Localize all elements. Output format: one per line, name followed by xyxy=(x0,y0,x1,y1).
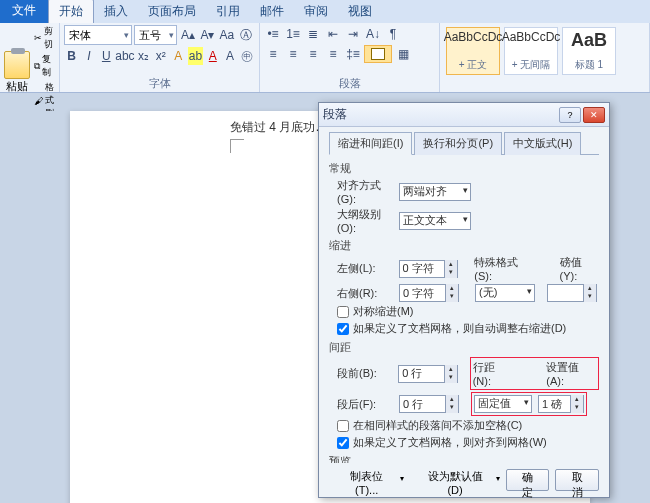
no-space-checkbox[interactable] xyxy=(337,420,349,432)
align-center-button[interactable]: ≡ xyxy=(284,45,302,63)
align-right-button[interactable]: ≡ xyxy=(304,45,322,63)
style-no-spacing[interactable]: AaBbCcDc + 无间隔 xyxy=(504,27,558,75)
font-color-button[interactable]: A xyxy=(205,47,220,65)
borders-button[interactable]: ▦ xyxy=(394,45,412,63)
tab-home[interactable]: 开始 xyxy=(48,0,94,23)
copy-icon: ⧉ xyxy=(34,61,40,72)
tab-insert[interactable]: 插入 xyxy=(94,0,138,23)
preview-section-label: 预览 xyxy=(329,454,599,463)
dialog-tab-asian[interactable]: 中文版式(H) xyxy=(504,132,581,155)
document-text: 免错过 4 月底功… xyxy=(230,119,327,136)
brush-icon: 🖌 xyxy=(34,96,43,106)
line-spacing-button[interactable]: ‡≡ xyxy=(344,45,362,63)
outline-label: 大纲级别(O): xyxy=(337,207,393,234)
multilevel-button[interactable]: ≣ xyxy=(304,25,322,43)
no-space-label: 在相同样式的段落间不添加空格(C) xyxy=(353,418,522,433)
scissors-icon: ✂ xyxy=(34,33,42,43)
shading-button[interactable] xyxy=(364,45,392,63)
by-label: 磅值(Y): xyxy=(560,255,599,282)
general-section-label: 常规 xyxy=(329,161,599,176)
font-group-label: 字体 xyxy=(64,75,255,92)
shading-icon xyxy=(371,48,385,60)
tab-file[interactable]: 文件 xyxy=(0,0,48,23)
close-button[interactable]: ✕ xyxy=(583,107,605,123)
space-before-spinner[interactable]: 0 行 xyxy=(398,365,457,383)
superscript-button[interactable]: x² xyxy=(153,47,168,65)
spacing-section-label: 间距 xyxy=(329,340,599,355)
auto-adjust-label: 如果定义了文档网格，则自动调整右缩进(D) xyxy=(353,321,566,336)
paste-icon xyxy=(4,51,30,79)
special-label: 特殊格式(S): xyxy=(474,255,535,282)
style-normal[interactable]: AaBbCcDc + 正文 xyxy=(446,27,500,75)
align-left-button[interactable]: ≡ xyxy=(264,45,282,63)
style-heading1[interactable]: AaB 标题 1 xyxy=(562,27,616,75)
tab-mailings[interactable]: 邮件 xyxy=(250,0,294,23)
bullets-button[interactable]: •≡ xyxy=(264,25,282,43)
underline-button[interactable]: U xyxy=(99,47,114,65)
font-family-combo[interactable]: 宋体 xyxy=(64,25,132,45)
space-after-spinner[interactable]: 0 行 xyxy=(399,395,459,413)
bold-button[interactable]: B xyxy=(64,47,79,65)
shrink-font-button[interactable]: A▾ xyxy=(199,26,216,44)
cut-button[interactable]: ✂剪切 xyxy=(34,25,55,51)
indent-left-spinner[interactable]: 0 字符 xyxy=(399,260,459,278)
change-case-button[interactable]: Aa xyxy=(218,26,235,44)
paste-label: 粘贴 xyxy=(6,79,28,94)
show-marks-button[interactable]: ¶ xyxy=(384,25,402,43)
numbering-button[interactable]: 1≡ xyxy=(284,25,302,43)
line-spacing-label: 行距(N): xyxy=(473,360,513,387)
indent-section-label: 缩进 xyxy=(329,238,599,253)
dialog-title: 段落 xyxy=(323,106,559,123)
set-at-label: 设置值(A): xyxy=(546,360,596,387)
alignment-label: 对齐方式(G): xyxy=(337,178,393,205)
indent-left-label: 左侧(L): xyxy=(337,261,393,276)
grow-font-button[interactable]: A▴ xyxy=(179,26,196,44)
tabs-button[interactable]: 制表位(T)... xyxy=(329,469,404,491)
alignment-select[interactable]: 两端对齐 xyxy=(399,183,471,201)
increase-indent-button[interactable]: ⇥ xyxy=(344,25,362,43)
highlight-button[interactable]: ab xyxy=(188,47,203,65)
strike-button[interactable]: abc xyxy=(116,47,134,65)
font-size-combo[interactable]: 五号 xyxy=(134,25,177,45)
text-effects-button[interactable]: A xyxy=(170,47,185,65)
snap-grid-checkbox[interactable] xyxy=(337,437,349,449)
mirror-indent-label: 对称缩进(M) xyxy=(353,304,414,319)
paste-button[interactable]: 粘贴 xyxy=(4,51,30,94)
margin-mark-icon xyxy=(230,139,244,153)
indent-right-spinner[interactable]: 0 字符 xyxy=(399,284,459,302)
help-button[interactable]: ? xyxy=(559,107,581,123)
line-spacing-select[interactable]: 固定值 xyxy=(474,395,532,413)
paragraph-dialog: 段落 ? ✕ 缩进和间距(I) 换行和分页(P) 中文版式(H) 常规 对齐方式… xyxy=(318,102,610,498)
italic-button[interactable]: I xyxy=(81,47,96,65)
set-at-spinner[interactable]: 1 磅 xyxy=(538,395,584,413)
outline-select[interactable]: 正文文本 xyxy=(399,212,471,230)
dialog-tab-indent[interactable]: 缩进和间距(I) xyxy=(329,132,412,155)
set-default-button[interactable]: 设为默认值(D) xyxy=(410,469,499,491)
ok-button[interactable]: 确定 xyxy=(506,469,550,491)
indent-right-label: 右侧(R): xyxy=(337,286,393,301)
decrease-indent-button[interactable]: ⇤ xyxy=(324,25,342,43)
mirror-indent-checkbox[interactable] xyxy=(337,306,349,318)
char-border-button[interactable]: A xyxy=(222,47,237,65)
subscript-button[interactable]: x₂ xyxy=(136,47,151,65)
auto-adjust-checkbox[interactable] xyxy=(337,323,349,335)
phonetic-button[interactable]: ㊥ xyxy=(240,47,255,65)
special-select[interactable]: (无) xyxy=(475,284,535,302)
dialog-tab-line-breaks[interactable]: 换行和分页(P) xyxy=(414,132,502,155)
justify-button[interactable]: ≡ xyxy=(324,45,342,63)
snap-grid-label: 如果定义了文档网格，则对齐到网格(W) xyxy=(353,435,547,450)
paragraph-group-label: 段落 xyxy=(264,75,435,92)
tab-view[interactable]: 视图 xyxy=(338,0,382,23)
space-after-label: 段后(F): xyxy=(337,397,393,412)
by-spinner[interactable] xyxy=(547,284,597,302)
tab-layout[interactable]: 页面布局 xyxy=(138,0,206,23)
cancel-button[interactable]: 取消 xyxy=(555,469,599,491)
sort-button[interactable]: A↓ xyxy=(364,25,382,43)
tab-references[interactable]: 引用 xyxy=(206,0,250,23)
copy-button[interactable]: ⧉复制 xyxy=(34,53,55,79)
tab-review[interactable]: 审阅 xyxy=(294,0,338,23)
clear-format-button[interactable]: Ⓐ xyxy=(238,26,255,44)
space-before-label: 段前(B): xyxy=(337,366,392,381)
